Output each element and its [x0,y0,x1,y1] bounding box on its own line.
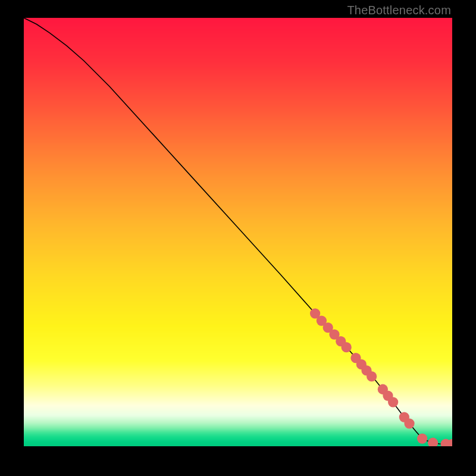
chart-svg [24,18,452,446]
chart-frame: TheBottleneck.com [0,0,476,476]
data-marker [388,397,398,407]
data-marker [404,418,414,428]
plot-area [24,18,452,446]
bottleneck-curve-path [24,18,452,444]
data-marker [428,438,438,446]
marker-group [310,308,452,446]
watermark-text: TheBottleneck.com [347,4,451,17]
data-marker [417,433,427,443]
data-marker [367,371,377,381]
data-marker [342,342,352,352]
